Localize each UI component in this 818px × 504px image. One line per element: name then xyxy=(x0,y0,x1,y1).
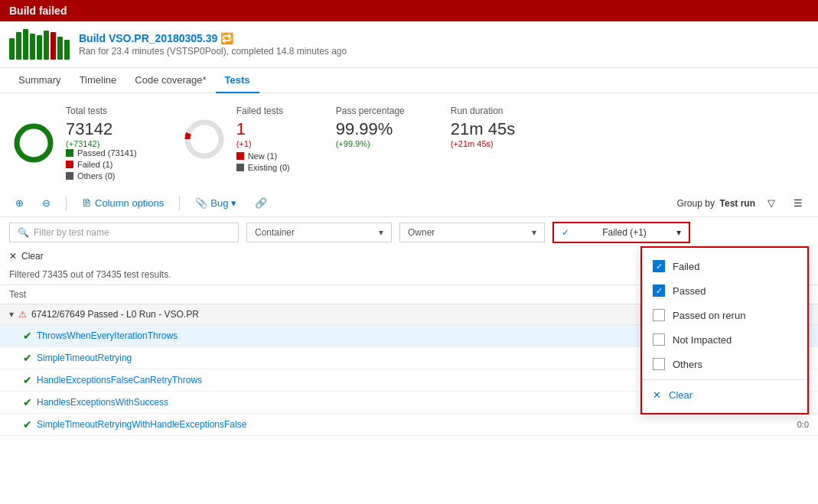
link-icon: 🔗 xyxy=(255,197,267,209)
dropdown-clear-button[interactable]: ✕ Clear xyxy=(642,383,807,407)
pass-icon: ✔ xyxy=(23,396,32,408)
failed-tests-value: 1 xyxy=(236,119,290,139)
legend-existing-dot xyxy=(236,164,244,171)
checkbox-not-impacted[interactable] xyxy=(653,333,665,346)
failed-tests-donut xyxy=(183,118,226,161)
run-duration-block: Run duration 21m 45s (+21m 45s) xyxy=(451,106,515,148)
build-bar xyxy=(16,32,21,60)
legend-failed: Failed (1) xyxy=(66,160,137,169)
dropdown-item-not-impacted[interactable]: Not Impacted xyxy=(642,327,807,352)
dropdown-item-failed[interactable]: ✓ Failed xyxy=(642,254,807,278)
clear-x-icon: ✕ xyxy=(653,389,661,401)
clear-icon: ✕ xyxy=(9,251,17,262)
checkbox-failed-check: ✓ xyxy=(656,262,663,272)
tab-summary[interactable]: Summary xyxy=(9,68,70,93)
bug-icon: 📎 xyxy=(195,197,207,209)
test-name: SimpleTimeoutRetryingWithHandleException… xyxy=(37,419,743,430)
legend-passed: Passed (73141) xyxy=(66,148,137,158)
dropdown-label-others: Others xyxy=(673,359,702,370)
dropdown-label-passed-rerun: Passed on rerun xyxy=(673,310,745,321)
legend-failed-label: Failed (1) xyxy=(77,160,112,169)
build-bar xyxy=(57,37,63,60)
bug-button[interactable]: 📎 Bug ▾ xyxy=(189,194,243,212)
total-tests-block: Total tests 73142 (+73142) Passed (73141… xyxy=(12,106,137,180)
tab-timeline[interactable]: Timeline xyxy=(70,68,126,93)
tab-tests[interactable]: Tests xyxy=(216,68,259,93)
total-tests-delta: (+73142) xyxy=(66,139,137,148)
build-status-bar: Build failed xyxy=(0,0,818,21)
run-duration-label: Run duration xyxy=(451,106,515,116)
clear-label[interactable]: Clear xyxy=(21,251,44,262)
build-info-row: Build VSO.PR_20180305.39 🔁 Ran for 23.4 … xyxy=(0,21,818,68)
expand-all-button[interactable]: ⊕ xyxy=(9,194,30,212)
test-name: HandlesExceptionsWithSuccess xyxy=(37,397,743,408)
toolbar-separator-1 xyxy=(66,197,67,210)
test-item-row[interactable]: ✔SimpleTimeoutRetryingWithHandleExceptio… xyxy=(0,414,818,436)
stats-row: Total tests 73142 (+73142) Passed (73141… xyxy=(0,93,818,190)
build-bar xyxy=(37,35,42,60)
legend-new-dot xyxy=(236,152,244,160)
legend-others-label: Others (0) xyxy=(77,171,116,180)
total-tests-value: 73142 xyxy=(66,119,137,139)
total-tests-label: Total tests xyxy=(66,106,137,116)
build-bar xyxy=(51,32,56,60)
checkbox-passed-rerun[interactable] xyxy=(653,309,665,321)
pass-percentage-value: 99.99% xyxy=(336,119,405,139)
dropdown-label-not-impacted: Not Impacted xyxy=(673,334,732,346)
legend-passed-label: Passed (73141) xyxy=(77,148,137,158)
legend-existing: Existing (0) xyxy=(236,163,290,172)
tab-code-coverage[interactable]: Code coverage* xyxy=(125,68,215,93)
search-icon: 🔍 xyxy=(18,227,29,238)
container-select[interactable]: Container ▾ xyxy=(246,223,392,242)
link-button[interactable]: 🔗 xyxy=(249,194,273,212)
toolbar: ⊕ ⊖ 🖹 Column options 📎 Bug ▾ 🔗 Group by … xyxy=(0,190,818,217)
owner-chevron-icon: ▾ xyxy=(532,227,536,238)
legend-others-dot xyxy=(66,172,73,180)
dropdown-label-passed: Passed xyxy=(673,285,706,297)
checkbox-failed[interactable]: ✓ xyxy=(653,260,665,272)
build-bar xyxy=(23,29,28,60)
toolbar-separator-2 xyxy=(179,197,180,210)
status-filter-button[interactable]: ✓ Failed (+1) ▾ xyxy=(552,222,690,243)
failed-tests-label: Failed tests xyxy=(236,106,290,116)
owner-select[interactable]: Owner ▾ xyxy=(399,223,545,242)
pass-icon: ✔ xyxy=(23,374,32,386)
test-group-label: 67412/67649 Passed - L0 Run - VSO.PR xyxy=(31,309,199,320)
failed-tests-block: Failed tests 1 (+1) New (1) Existing (0) xyxy=(183,106,290,172)
build-details: Build VSO.PR_20180305.39 🔁 Ran for 23.4 … xyxy=(79,32,347,57)
legend-new: New (1) xyxy=(236,151,290,161)
filter-funnel-icon: ▽ xyxy=(767,197,775,209)
dropdown-item-others[interactable]: Others xyxy=(642,352,807,376)
collapse-all-button[interactable]: ⊖ xyxy=(36,194,57,212)
owner-label: Owner xyxy=(408,227,435,238)
checkbox-passed[interactable]: ✓ xyxy=(653,285,665,297)
layout-button[interactable]: ☰ xyxy=(787,194,809,212)
dropdown-item-passed[interactable]: ✓ Passed xyxy=(642,278,807,303)
filter-by-name-input[interactable]: 🔍 Filter by test name xyxy=(9,223,239,242)
run-duration-delta: (+21m 45s) xyxy=(451,139,515,148)
failed-tests-legend: New (1) Existing (0) xyxy=(236,151,290,172)
build-status-text: Build failed xyxy=(9,5,67,17)
col-test-header: Test xyxy=(9,289,717,300)
col-test-label: Test xyxy=(9,289,26,300)
status-dropdown: ✓ Failed ✓ Passed Passed on rerun Not Im… xyxy=(640,246,809,415)
pass-icon: ✔ xyxy=(23,330,32,342)
warning-icon: ⚠ xyxy=(18,309,27,320)
nav-tabs: Summary Timeline Code coverage* Tests xyxy=(0,68,818,93)
bug-dropdown-icon: ▾ xyxy=(231,197,236,209)
pass-percentage-block: Pass percentage 99.99% (+99.9%) xyxy=(336,106,405,148)
expand-icon: ⊕ xyxy=(15,197,24,209)
svg-point-2 xyxy=(187,122,221,156)
build-bar xyxy=(30,34,35,60)
pass-icon: ✔ xyxy=(23,352,32,364)
filter-icon-button[interactable]: ▽ xyxy=(761,194,781,212)
dropdown-label-failed: Failed xyxy=(673,261,699,272)
checkbox-others[interactable] xyxy=(653,358,665,370)
dropdown-divider xyxy=(642,379,807,380)
dropdown-item-passed-rerun[interactable]: Passed on rerun xyxy=(642,303,807,327)
column-options-button[interactable]: 🖹 Column options xyxy=(76,194,170,212)
column-options-label: Column options xyxy=(95,197,164,209)
collapse-icon: ⊖ xyxy=(42,197,51,209)
container-chevron-icon: ▾ xyxy=(379,227,383,238)
status-check-icon: ✓ xyxy=(562,227,569,238)
